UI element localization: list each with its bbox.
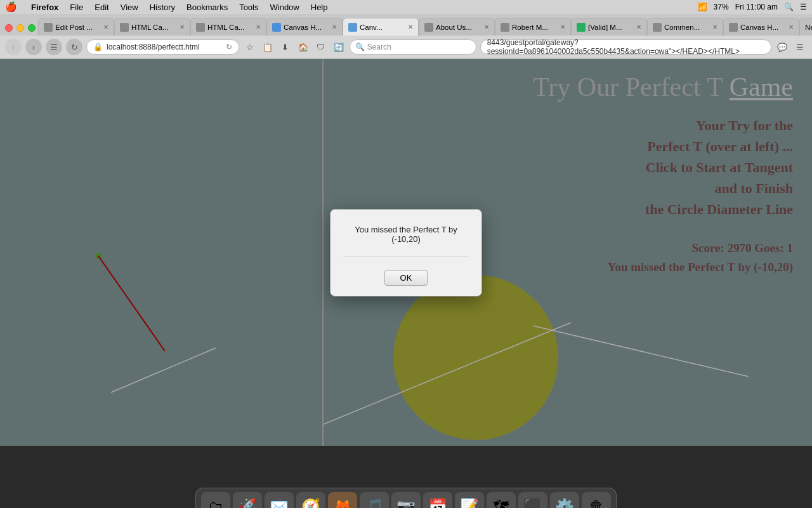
tab-favicon-1	[44, 23, 53, 32]
menu-firefox[interactable]: Firefox	[31, 3, 58, 12]
tab-close-3[interactable]: ✕	[256, 23, 261, 30]
tab-favicon-9	[653, 23, 662, 32]
dock-itunes[interactable]: 🎵	[360, 492, 389, 509]
reload-button[interactable]: ↻	[66, 39, 82, 55]
menu-bookmarks[interactable]: Bookmarks	[187, 3, 228, 12]
search-icon-small: 🔍	[355, 43, 365, 51]
tab-close-7[interactable]: ✕	[560, 23, 565, 30]
dock-finder[interactable]: 🗂	[201, 492, 230, 509]
menu-bar: 🍎 Firefox File Edit View History Bookmar…	[0, 0, 812, 14]
minimize-button[interactable]	[16, 24, 24, 32]
tab-favicon-8	[577, 23, 586, 32]
dock-system-prefs[interactable]: ⚙️	[550, 492, 579, 509]
url-bar[interactable]: 🔒 localhost:8888/perfectt.html ↻	[86, 39, 239, 55]
dock-calendar[interactable]: 📅	[423, 492, 452, 509]
tab-label-5: Canv...	[360, 23, 405, 31]
shield-icon[interactable]: 🛡	[314, 40, 328, 54]
menubar-right: 📶 37% Fri 11:00 am 🔍 ☰	[698, 3, 807, 11]
tab-close-9[interactable]: ✕	[712, 23, 717, 30]
clock: Fri 11:00 am	[735, 3, 778, 11]
tab-new[interactable]: New Tab	[799, 18, 812, 36]
tab-about-us[interactable]: About Us... ✕	[419, 18, 495, 36]
dock-launchpad[interactable]: 🚀	[233, 492, 262, 509]
tab-robert-m[interactable]: Robert M... ✕	[495, 18, 571, 36]
tab-label-10: Canvas H...	[740, 23, 786, 31]
download-icon[interactable]: ⬇	[278, 40, 292, 54]
nav-bar: ‹ › ☰ ↻ 🔒 localhost:8888/perfectt.html ↻…	[0, 36, 812, 58]
tab-valid-m[interactable]: [Valid] M... ✕	[571, 18, 647, 36]
bookmark-icon[interactable]: ☆	[243, 40, 257, 54]
tab-label-4: Canvas H...	[284, 23, 329, 31]
dock-terminal[interactable]: ⬛	[518, 492, 547, 509]
tab-bar: Edit Post ... ✕ HTML Ca... ✕ HTML Ca... …	[0, 14, 812, 36]
dock-trash[interactable]: 🗑	[582, 492, 611, 509]
tab-label-6: About Us...	[436, 23, 481, 31]
search-bar[interactable]: 🔍 Search	[350, 39, 476, 55]
tab-label-9: Commen...	[664, 23, 710, 31]
menu-extras-icon[interactable]: ☰	[800, 3, 807, 11]
menu-history[interactable]: History	[150, 3, 175, 12]
tab-canv-active[interactable]: Canv... ✕	[343, 18, 419, 36]
back-button[interactable]: ‹	[5, 39, 22, 55]
page-content: Try Our Perfect T Game Your Try for the …	[0, 59, 812, 446]
tab-canvas-h[interactable]: Canvas H... ✕	[266, 18, 343, 36]
tab-close-4[interactable]: ✕	[332, 23, 337, 30]
tab-label-1: Edit Post ...	[55, 23, 101, 31]
tab-favicon-3	[196, 23, 205, 32]
tab-favicon-5	[348, 23, 357, 32]
sync-icon[interactable]: 🔄	[332, 40, 346, 54]
hamburger-menu[interactable]: ☰	[46, 39, 62, 55]
menu-file[interactable]: File	[70, 3, 83, 12]
tab-close-8[interactable]: ✕	[636, 23, 641, 30]
more-icon[interactable]: ☰	[793, 40, 807, 54]
clipboard-icon[interactable]: 📋	[261, 40, 275, 54]
apple-menu[interactable]: 🍎	[5, 1, 17, 13]
dialog-separator	[343, 257, 469, 257]
tab-close-10[interactable]: ✕	[789, 23, 794, 30]
tab-canvas-h2[interactable]: Canvas H... ✕	[723, 18, 799, 36]
menu-edit[interactable]: Edit	[95, 3, 108, 12]
dock-mail[interactable]: ✉️	[265, 492, 294, 509]
dock: 🗂 🚀 ✉️ 🧭 🦊 🎵 📷 📅 📝 🗺 ⬛ ⚙️ 🗑	[195, 488, 617, 509]
menu-view[interactable]: View	[121, 3, 138, 12]
browser-chrome: Edit Post ... ✕ HTML Ca... ✕ HTML Ca... …	[0, 14, 812, 59]
forward-button[interactable]: ›	[25, 39, 42, 55]
dock-photos[interactable]: 📷	[391, 492, 421, 509]
dialog-ok-button[interactable]: OK	[384, 270, 428, 286]
tab-html-ca-2[interactable]: HTML Ca... ✕	[190, 18, 266, 36]
menu-window[interactable]: Window	[270, 3, 299, 12]
tab-label-11: New Tab	[805, 23, 812, 31]
search-icon[interactable]: 🔍	[784, 3, 794, 11]
tab-favicon-10	[729, 23, 738, 32]
tab-label-7: Robert M...	[512, 23, 558, 31]
tab-close-5[interactable]: ✕	[408, 23, 413, 30]
tab-label-8: [Valid] M...	[588, 23, 634, 31]
long-url-text: 8443/guestportal/gateway?sessionId=0a896…	[487, 38, 764, 56]
maximize-button[interactable]	[28, 24, 36, 32]
wifi-icon: 📶	[698, 3, 707, 11]
tab-label-2: HTML Ca...	[131, 23, 177, 31]
url-text: localhost:8888/perfectt.html	[107, 43, 222, 51]
home-icon[interactable]: 🏠	[296, 40, 310, 54]
close-button[interactable]	[5, 24, 13, 32]
tab-close-2[interactable]: ✕	[180, 23, 185, 30]
menu-help[interactable]: Help	[311, 3, 328, 12]
tab-html-ca-1[interactable]: HTML Ca... ✕	[114, 18, 190, 36]
dock-notes[interactable]: 📝	[455, 492, 484, 509]
dock-maps[interactable]: 🗺	[487, 492, 516, 509]
lock-icon: 🔒	[93, 43, 103, 51]
tab-commen[interactable]: Commen... ✕	[647, 18, 723, 36]
chat-icon[interactable]: 💬	[775, 40, 789, 54]
tab-close-6[interactable]: ✕	[484, 23, 489, 30]
menu-tools[interactable]: Tools	[239, 3, 258, 12]
dialog-overlay: You missed the Perfect T by (-10,20) OK	[0, 59, 812, 446]
tab-edit-post[interactable]: Edit Post ... ✕	[38, 18, 114, 36]
long-url-bar: 8443/guestportal/gateway?sessionId=0a896…	[480, 39, 771, 55]
dialog-message: You missed the Perfect T by (-10,20)	[343, 225, 469, 244]
tab-favicon-6	[424, 23, 433, 32]
tab-label-3: HTML Ca...	[207, 23, 253, 31]
reload-small-icon[interactable]: ↻	[226, 43, 232, 51]
dock-safari[interactable]: 🧭	[296, 492, 325, 509]
tab-close-1[interactable]: ✕	[103, 23, 108, 30]
dock-firefox[interactable]: 🦊	[328, 492, 357, 509]
